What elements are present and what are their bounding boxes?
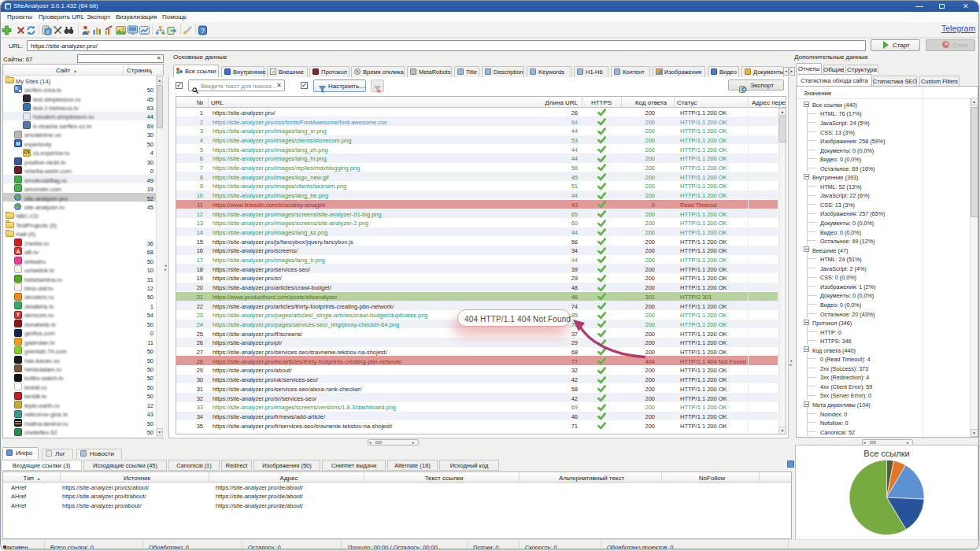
svg-text:?: ? (201, 27, 205, 35)
